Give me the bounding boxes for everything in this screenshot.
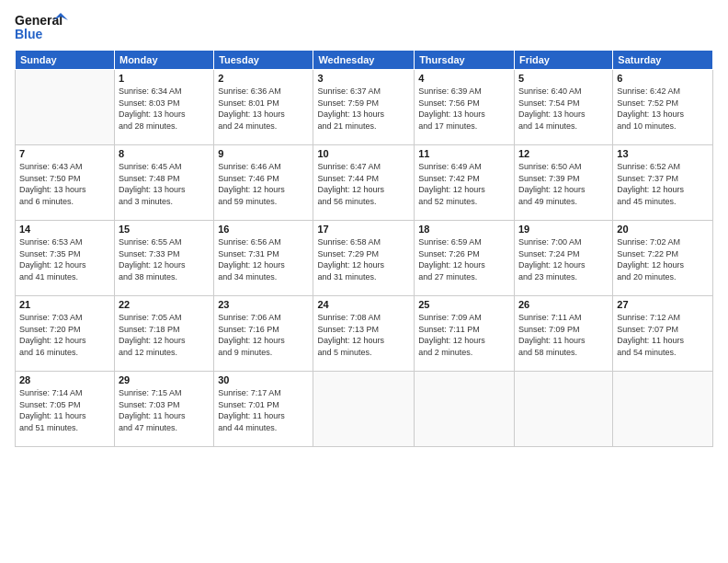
calendar-cell: 8Sunrise: 6:45 AMSunset: 7:48 PMDaylight…: [114, 145, 213, 221]
day-info: Sunrise: 7:02 AMSunset: 7:22 PMDaylight:…: [617, 236, 709, 282]
calendar-cell: 2Sunrise: 6:36 AMSunset: 8:01 PMDaylight…: [214, 70, 313, 145]
day-number: 17: [317, 224, 410, 235]
day-number: 13: [617, 148, 709, 159]
week-row-3: 14Sunrise: 6:53 AMSunset: 7:35 PMDayligh…: [16, 221, 713, 296]
day-info: Sunrise: 7:12 AMSunset: 7:07 PMDaylight:…: [617, 312, 709, 358]
calendar-cell: 29Sunrise: 7:15 AMSunset: 7:03 PMDayligh…: [114, 372, 213, 447]
header: GeneralBlue: [15, 11, 713, 44]
day-info: Sunrise: 6:49 AMSunset: 7:42 PMDaylight:…: [418, 161, 510, 207]
day-info: Sunrise: 6:40 AMSunset: 7:54 PMDaylight:…: [518, 86, 609, 132]
day-number: 7: [19, 148, 110, 159]
weekday-header-row: SundayMondayTuesdayWednesdayThursdayFrid…: [16, 51, 713, 70]
calendar-cell: 24Sunrise: 7:08 AMSunset: 7:13 PMDayligh…: [313, 296, 415, 372]
day-number: 26: [518, 299, 609, 310]
day-info: Sunrise: 7:06 AMSunset: 7:16 PMDaylight:…: [218, 312, 309, 358]
calendar-cell: 27Sunrise: 7:12 AMSunset: 7:07 PMDayligh…: [613, 296, 713, 372]
day-info: Sunrise: 7:08 AMSunset: 7:13 PMDaylight:…: [317, 312, 410, 358]
day-number: 29: [119, 374, 210, 385]
day-info: Sunrise: 6:39 AMSunset: 7:56 PMDaylight:…: [418, 86, 510, 132]
calendar-cell: 19Sunrise: 7:00 AMSunset: 7:24 PMDayligh…: [514, 221, 612, 296]
calendar-cell: 30Sunrise: 7:17 AMSunset: 7:01 PMDayligh…: [214, 372, 313, 447]
day-number: 5: [518, 73, 609, 84]
day-number: 18: [418, 224, 510, 235]
day-number: 28: [19, 374, 110, 385]
day-number: 4: [418, 73, 510, 84]
day-info: Sunrise: 7:15 AMSunset: 7:03 PMDaylight:…: [119, 387, 210, 433]
day-info: Sunrise: 7:17 AMSunset: 7:01 PMDaylight:…: [218, 387, 309, 433]
day-number: 19: [518, 224, 609, 235]
day-info: Sunrise: 6:37 AMSunset: 7:59 PMDaylight:…: [317, 86, 410, 132]
calendar-cell: 20Sunrise: 7:02 AMSunset: 7:22 PMDayligh…: [613, 221, 713, 296]
day-info: Sunrise: 7:14 AMSunset: 7:05 PMDaylight:…: [19, 387, 110, 433]
day-number: 11: [418, 148, 510, 159]
day-info: Sunrise: 6:36 AMSunset: 8:01 PMDaylight:…: [218, 86, 309, 132]
day-number: 30: [218, 374, 309, 385]
logo-svg: GeneralBlue: [15, 11, 70, 44]
week-row-1: 1Sunrise: 6:34 AMSunset: 8:03 PMDaylight…: [16, 70, 713, 145]
day-number: 2: [218, 73, 309, 84]
day-info: Sunrise: 6:45 AMSunset: 7:48 PMDaylight:…: [119, 161, 210, 207]
calendar-cell: 28Sunrise: 7:14 AMSunset: 7:05 PMDayligh…: [16, 372, 115, 447]
calendar-cell: 14Sunrise: 6:53 AMSunset: 7:35 PMDayligh…: [16, 221, 115, 296]
weekday-header-saturday: Saturday: [613, 51, 713, 70]
day-info: Sunrise: 6:59 AMSunset: 7:26 PMDaylight:…: [418, 236, 510, 282]
calendar-cell: 13Sunrise: 6:52 AMSunset: 7:37 PMDayligh…: [613, 145, 713, 221]
calendar-cell: 17Sunrise: 6:58 AMSunset: 7:29 PMDayligh…: [313, 221, 415, 296]
day-number: 22: [119, 299, 210, 310]
day-number: 14: [19, 224, 110, 235]
calendar-cell: 7Sunrise: 6:43 AMSunset: 7:50 PMDaylight…: [16, 145, 115, 221]
day-number: 8: [119, 148, 210, 159]
day-info: Sunrise: 6:58 AMSunset: 7:29 PMDaylight:…: [317, 236, 410, 282]
day-info: Sunrise: 6:52 AMSunset: 7:37 PMDaylight:…: [617, 161, 709, 207]
calendar-cell: [514, 372, 612, 447]
calendar-cell: 25Sunrise: 7:09 AMSunset: 7:11 PMDayligh…: [415, 296, 515, 372]
svg-text:Blue: Blue: [15, 27, 43, 41]
calendar-cell: 1Sunrise: 6:34 AMSunset: 8:03 PMDaylight…: [114, 70, 213, 145]
calendar-cell: 26Sunrise: 7:11 AMSunset: 7:09 PMDayligh…: [514, 296, 612, 372]
day-number: 15: [119, 224, 210, 235]
week-row-5: 28Sunrise: 7:14 AMSunset: 7:05 PMDayligh…: [16, 372, 713, 447]
day-number: 10: [317, 148, 410, 159]
day-number: 25: [418, 299, 510, 310]
calendar-cell: 5Sunrise: 6:40 AMSunset: 7:54 PMDaylight…: [514, 70, 612, 145]
svg-text:General: General: [15, 13, 63, 28]
day-number: 6: [617, 73, 709, 84]
calendar-cell: [415, 372, 515, 447]
day-number: 27: [617, 299, 709, 310]
calendar-cell: 9Sunrise: 6:46 AMSunset: 7:46 PMDaylight…: [214, 145, 313, 221]
day-info: Sunrise: 7:03 AMSunset: 7:20 PMDaylight:…: [19, 312, 110, 358]
weekday-header-friday: Friday: [514, 51, 612, 70]
day-info: Sunrise: 6:53 AMSunset: 7:35 PMDaylight:…: [19, 236, 110, 282]
weekday-header-wednesday: Wednesday: [313, 51, 415, 70]
day-number: 20: [617, 224, 709, 235]
day-info: Sunrise: 6:55 AMSunset: 7:33 PMDaylight:…: [119, 236, 210, 282]
week-row-4: 21Sunrise: 7:03 AMSunset: 7:20 PMDayligh…: [16, 296, 713, 372]
day-info: Sunrise: 7:09 AMSunset: 7:11 PMDaylight:…: [418, 312, 510, 358]
calendar-cell: 12Sunrise: 6:50 AMSunset: 7:39 PMDayligh…: [514, 145, 612, 221]
calendar-table: SundayMondayTuesdayWednesdayThursdayFrid…: [15, 50, 713, 447]
day-info: Sunrise: 6:34 AMSunset: 8:03 PMDaylight:…: [119, 86, 210, 132]
weekday-header-tuesday: Tuesday: [214, 51, 313, 70]
day-number: 23: [218, 299, 309, 310]
day-info: Sunrise: 6:46 AMSunset: 7:46 PMDaylight:…: [218, 161, 309, 207]
calendar-cell: [16, 70, 115, 145]
day-number: 1: [119, 73, 210, 84]
day-info: Sunrise: 6:56 AMSunset: 7:31 PMDaylight:…: [218, 236, 309, 282]
calendar-cell: 3Sunrise: 6:37 AMSunset: 7:59 PMDaylight…: [313, 70, 415, 145]
day-number: 9: [218, 148, 309, 159]
day-info: Sunrise: 6:47 AMSunset: 7:44 PMDaylight:…: [317, 161, 410, 207]
weekday-header-thursday: Thursday: [415, 51, 515, 70]
day-number: 21: [19, 299, 110, 310]
page: GeneralBlue SundayMondayTuesdayWednesday…: [0, 0, 728, 563]
weekday-header-monday: Monday: [114, 51, 213, 70]
calendar-cell: 23Sunrise: 7:06 AMSunset: 7:16 PMDayligh…: [214, 296, 313, 372]
logo: GeneralBlue: [15, 11, 70, 44]
calendar-cell: 21Sunrise: 7:03 AMSunset: 7:20 PMDayligh…: [16, 296, 115, 372]
day-number: 16: [218, 224, 309, 235]
day-info: Sunrise: 6:43 AMSunset: 7:50 PMDaylight:…: [19, 161, 110, 207]
day-info: Sunrise: 7:11 AMSunset: 7:09 PMDaylight:…: [518, 312, 609, 358]
calendar-cell: 6Sunrise: 6:42 AMSunset: 7:52 PMDaylight…: [613, 70, 713, 145]
week-row-2: 7Sunrise: 6:43 AMSunset: 7:50 PMDaylight…: [16, 145, 713, 221]
calendar-cell: 15Sunrise: 6:55 AMSunset: 7:33 PMDayligh…: [114, 221, 213, 296]
calendar-cell: [313, 372, 415, 447]
